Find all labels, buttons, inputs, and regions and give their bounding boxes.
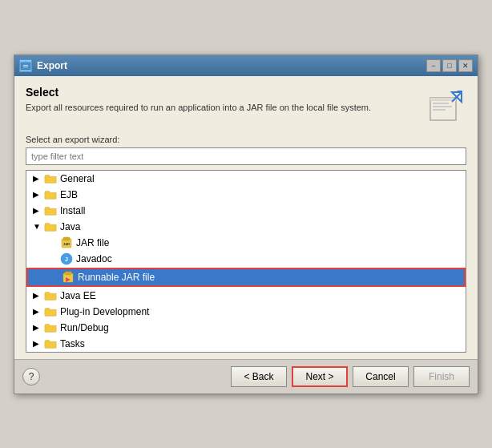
folder-icon-install — [44, 205, 57, 216]
tree-item-ejb[interactable]: ▶ EJB — [26, 187, 466, 203]
help-button[interactable]: ? — [22, 368, 40, 385]
tree-item-plugin-dev[interactable]: ▶ Plug-in Development — [26, 304, 466, 320]
tree-item-install[interactable]: ▶ Install — [26, 203, 466, 219]
folder-icon-tasks — [44, 338, 57, 349]
tree-item-java-ee[interactable]: ▶ Java EE — [26, 288, 466, 304]
tree-item-run-debug[interactable]: ▶ Run/Debug — [26, 320, 466, 336]
tree-item-java[interactable]: ▼ Java — [26, 219, 466, 235]
svg-rect-8 — [433, 109, 446, 111]
expand-arrow-general: ▶ — [33, 174, 41, 183]
filter-input[interactable] — [26, 147, 466, 165]
section-description: Export all resources required to run an … — [26, 102, 426, 114]
header-section: Select Export all resources required to … — [26, 86, 466, 128]
tree-label-java: Java — [60, 221, 80, 232]
svg-text:J: J — [65, 256, 68, 262]
svg-marker-1 — [23, 60, 28, 63]
runnable-jar-icon — [62, 271, 75, 284]
wizard-tree[interactable]: ▶ General ▶ EJB ▶ Install — [26, 170, 466, 353]
footer-buttons: < Back Next > Cancel Finish — [231, 366, 470, 387]
tree-item-jar-file[interactable]: ▶ JAR JAR file — [26, 235, 466, 251]
javadoc-icon: J — [60, 252, 73, 265]
tree-label-run-debug: Run/Debug — [60, 322, 109, 333]
tree-label-tasks: Tasks — [60, 338, 85, 349]
expand-arrow-java-ee: ▶ — [33, 291, 41, 300]
tree-label-jar-file: JAR file — [76, 237, 109, 248]
expand-arrow-java: ▼ — [33, 222, 41, 231]
maximize-button[interactable]: □ — [442, 59, 457, 72]
tree-item-runnable-jar[interactable]: ▶ Runnable JAR file — [26, 268, 466, 287]
expand-arrow-install: ▶ — [33, 206, 41, 215]
folder-icon-run-debug — [44, 322, 57, 333]
svg-text:JAR: JAR — [63, 242, 70, 246]
svg-rect-18 — [65, 272, 71, 275]
finish-button[interactable]: Finish — [413, 366, 470, 387]
footer-left: ? — [22, 368, 40, 385]
tree-label-java-ee: Java EE — [60, 290, 96, 301]
folder-icon-java — [44, 221, 57, 232]
svg-rect-7 — [433, 106, 452, 107]
tree-label-general: General — [60, 173, 95, 184]
svg-rect-0 — [21, 63, 30, 70]
folder-icon-general — [44, 173, 57, 184]
tree-label-install: Install — [60, 205, 85, 216]
export-dialog: Export − □ ✕ Select Export all resources… — [14, 54, 478, 394]
tree-label-ejb: EJB — [60, 189, 78, 200]
expand-arrow-ejb: ▶ — [33, 190, 41, 199]
tree-label-runnable-jar: Runnable JAR file — [78, 272, 155, 283]
title-bar: Export − □ ✕ — [14, 55, 478, 76]
app-icon — [19, 59, 32, 72]
expand-arrow-plugin: ▶ — [33, 307, 41, 316]
tree-label-plugin-dev: Plug-in Development — [60, 306, 149, 317]
jar-icon: JAR — [60, 236, 73, 249]
back-button[interactable]: < Back — [231, 366, 287, 387]
tree-item-general[interactable]: ▶ General — [26, 171, 466, 187]
window-controls: − □ ✕ — [426, 59, 473, 72]
tree-item-tasks[interactable]: ▶ Tasks — [26, 336, 466, 352]
tree-label-javadoc: Javadoc — [76, 253, 112, 264]
header-text: Select Export all resources required to … — [26, 86, 426, 114]
folder-icon-plugin — [44, 306, 57, 317]
minimize-button[interactable]: − — [426, 59, 441, 72]
expand-arrow-tasks: ▶ — [33, 339, 41, 348]
cancel-button[interactable]: Cancel — [353, 366, 409, 387]
dialog-title: Export — [37, 60, 67, 71]
tree-item-javadoc[interactable]: ▶ J Javadoc — [26, 251, 466, 267]
next-button[interactable]: Next > — [292, 366, 348, 387]
svg-rect-6 — [433, 103, 449, 104]
svg-rect-13 — [63, 237, 70, 240]
folder-icon-ejb — [44, 189, 57, 200]
dialog-footer: ? < Back Next > Cancel Finish — [14, 359, 478, 394]
export-icon — [426, 86, 466, 128]
svg-rect-3 — [23, 67, 28, 67]
close-button[interactable]: ✕ — [458, 59, 473, 72]
svg-rect-2 — [23, 65, 28, 66]
expand-arrow-run-debug: ▶ — [33, 323, 41, 332]
folder-icon-java-ee — [44, 290, 57, 301]
dialog-content: Select Export all resources required to … — [14, 76, 478, 359]
section-title: Select — [26, 86, 426, 99]
filter-label: Select an export wizard: — [26, 135, 466, 144]
